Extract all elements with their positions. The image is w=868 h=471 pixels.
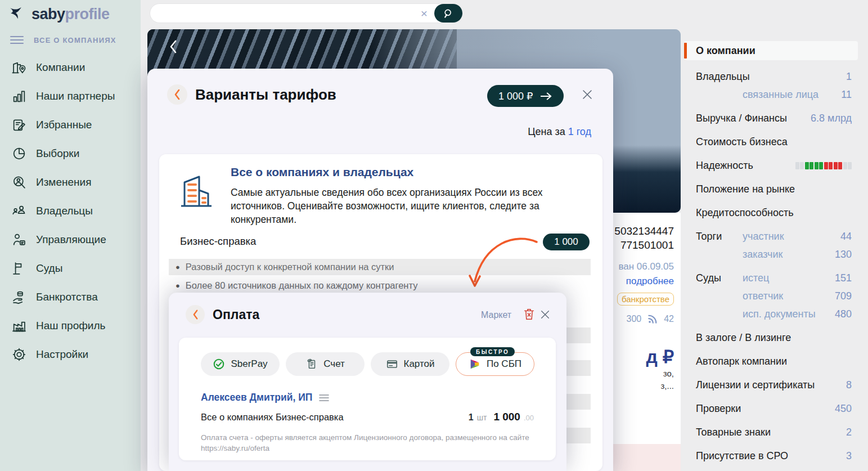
panel-row-связанные-лица[interactable]: связанные лица11 — [684, 87, 858, 102]
payment-method-invoice[interactable]: Счет — [286, 352, 365, 376]
sidebar-item-label: Настройки — [36, 348, 88, 361]
plan-price-pill[interactable]: 1 000 — [543, 234, 590, 250]
panel-row-присутствие-в-сро[interactable]: Присутствие в СРО3 — [684, 448, 858, 463]
sber-check-icon — [213, 358, 225, 370]
highlighted-row-fragment — [613, 444, 681, 471]
panel-row-выручка-финансы[interactable]: Выручка / Финансы6.8 млрд — [684, 111, 858, 125]
sidebar-item-gavel[interactable]: Суды — [0, 254, 141, 282]
panel-row-о-компании[interactable]: О компании — [684, 41, 858, 60]
tariff-back-button[interactable] — [167, 84, 187, 105]
menu-hamburger-icon[interactable] — [10, 34, 24, 46]
sidebar-item-label: Выборки — [36, 147, 79, 160]
panel-row-label: О компании — [696, 45, 755, 57]
order-qty: 1 — [469, 412, 474, 423]
rss-icon — [647, 313, 658, 325]
panel-row-положение-на-рынке[interactable]: Положение на рынке — [684, 182, 858, 196]
payment-method-label: Картой — [404, 358, 435, 370]
panel-row-sublabel: истец — [743, 272, 769, 284]
stat-left-value: 300 — [627, 314, 642, 324]
panel-row-label: Суды — [696, 272, 721, 284]
panel-row-label: Проверки — [696, 403, 741, 415]
payment-method-label: SberPay — [231, 358, 267, 370]
hand-coins-icon — [11, 289, 27, 305]
notepad-pencil-icon — [11, 117, 27, 133]
sidebar-item-label: Наши партнеры — [36, 90, 115, 102]
payment-method-sbp[interactable]: По СБПБЫСТРО — [456, 352, 534, 376]
arrow-right-icon — [540, 92, 552, 101]
saby-logo[interactable]: sabyprofile — [9, 6, 110, 23]
sidebar-item-factory[interactable]: Наш профиль — [0, 311, 141, 340]
offer-terms: Оплата счета - оферты является акцептом … — [201, 432, 538, 454]
search-input[interactable] — [150, 4, 421, 23]
payment-methods: SberPayСчетКартойПо СБПБЫСТРО — [201, 352, 534, 376]
payment-close-icon[interactable] — [540, 309, 550, 322]
panel-row-стоимость-бизнеса[interactable]: Стоимость бизнеса — [684, 134, 858, 149]
order-qty-unit: шт — [477, 413, 487, 422]
panel-row-исп-документы[interactable]: исп. документы480 — [684, 307, 858, 321]
panel-row-владельцы[interactable]: Владельцы1 — [684, 69, 858, 84]
payment-method-card[interactable]: Картой — [371, 352, 449, 376]
gear-icon — [11, 347, 27, 362]
tariff-card-description: Самые актуальные сведения обо всех орган… — [231, 186, 593, 226]
sidebar-item-hand-coins[interactable]: Банкротства — [0, 282, 141, 311]
search-clear-icon[interactable]: × — [421, 7, 428, 19]
sidebar-item-label: Суды — [36, 262, 62, 275]
panel-row-кредитоспособность[interactable]: Кредитоспособность — [684, 205, 858, 220]
panel-row-value: 8 — [846, 379, 852, 391]
panel-row-автопарк-компании[interactable]: Автопарк компании — [684, 354, 858, 369]
panel-row-value: 450 — [835, 403, 852, 415]
sidebar-item-person-doc[interactable]: Управляющие — [0, 225, 141, 254]
sidebar-item-building-pin[interactable]: Компании — [0, 53, 141, 82]
buy-price-button[interactable]: 1 000 ₽ — [487, 85, 564, 107]
panel-row-label: Владельцы — [696, 71, 750, 83]
panel-row-суды[interactable]: Судыистец151 — [684, 271, 858, 285]
panel-row-товарные-знаки[interactable]: Товарные знаки2 — [684, 425, 858, 439]
payment-back-button[interactable] — [186, 305, 205, 324]
bankruptcy-chip[interactable]: банкротстве — [617, 293, 674, 306]
panel-row-value: 151 — [835, 272, 852, 284]
panel-row-value: 709 — [835, 290, 852, 302]
panel-row-sublabel: связанные лица — [743, 89, 818, 101]
panel-row-надежность[interactable]: Надежность — [684, 158, 858, 173]
sidebar-item-notepad-pencil[interactable]: Избранные — [0, 110, 141, 139]
sidebar-item-gear[interactable]: Настройки — [0, 340, 141, 369]
bullet: ● — [176, 263, 180, 271]
tariff-close-icon[interactable] — [582, 89, 593, 102]
details-link[interactable]: подробнее — [613, 276, 674, 287]
panel-row-value: 3 — [846, 450, 852, 462]
sidebar-item-person-search[interactable]: Изменения — [0, 168, 141, 196]
payment-modal: Оплата Маркет SberPayСчетКартойПо СБПБЫС… — [169, 293, 566, 471]
panel-row-лицензии-и-сертификаты[interactable]: Лицензии и сертификаты8 — [684, 378, 858, 392]
list-menu-icon[interactable] — [319, 394, 329, 402]
delete-trash-icon[interactable] — [523, 308, 535, 323]
company-kpp: 771501001 — [613, 238, 674, 252]
market-link[interactable]: Маркет — [481, 310, 511, 320]
panel-row-label: Выручка / Финансы — [696, 113, 787, 124]
panel-row-торги[interactable]: Торгиучастник44 — [684, 229, 858, 244]
chevron-left-icon — [169, 39, 178, 54]
sidebar-item-bar-chart[interactable]: Наши партнеры — [0, 82, 141, 110]
payment-method-label: По СБП — [487, 358, 521, 370]
panel-row-sublabel: заказчик — [743, 249, 782, 261]
payment-method-sber-check[interactable]: SberPay — [201, 352, 280, 376]
panel-row-ответчик[interactable]: ответчик709 — [684, 289, 858, 303]
nav-section-label: ВСЕ О КОМПАНИЯХ — [34, 36, 116, 44]
sidebar-item-pie-chart[interactable]: Выборки — [0, 139, 141, 168]
factory-icon — [11, 318, 27, 334]
brand-saby: saby — [32, 6, 65, 23]
tariff-modal-title: Варианты тарифов — [195, 86, 336, 104]
price-period-link[interactable]: 1 год — [568, 126, 591, 137]
panel-row-в-залоге-в-лизинге[interactable]: В залоге / В лизинге — [684, 330, 858, 345]
hero-back-button[interactable] — [169, 39, 178, 56]
sidebar-item-people[interactable]: Владельцы — [0, 196, 141, 225]
panel-row-проверки[interactable]: Проверки450 — [684, 401, 858, 416]
payer-link[interactable]: Алексеев Дмитрий, ИП — [201, 392, 312, 403]
invoice-icon — [305, 358, 318, 370]
plan-name: Бизнес-справка — [180, 235, 256, 248]
saby-bird-icon — [9, 6, 26, 23]
search-button[interactable] — [434, 4, 462, 23]
app-sidebar: sabyprofile ВСЕ О КОМПАНИЯХ КомпанииНаши… — [0, 0, 141, 471]
panel-row-label: В залоге / В лизинге — [696, 332, 791, 344]
panel-row-заказчик[interactable]: заказчик130 — [684, 247, 858, 262]
payment-card: SberPayСчетКартойПо СБПБЫСТРО Алексеев Д… — [179, 338, 556, 460]
